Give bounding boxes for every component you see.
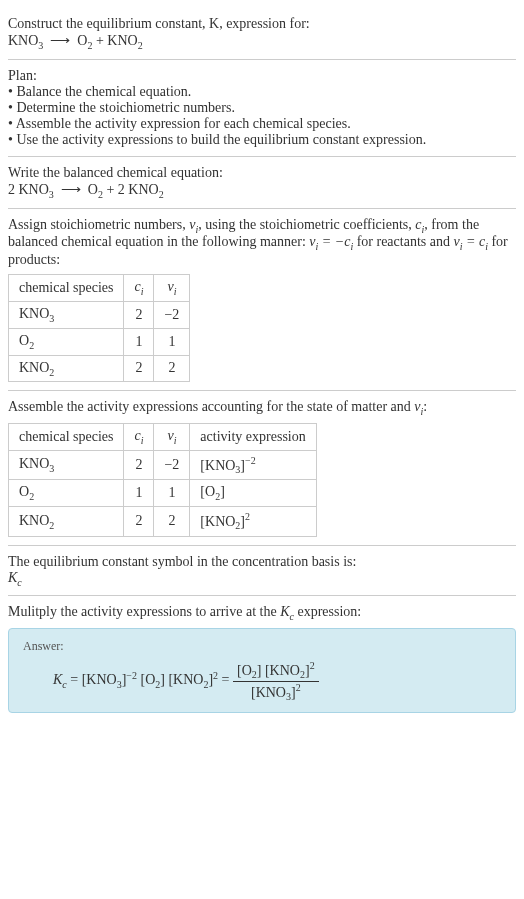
stoich-section: Assign stoichiometric numbers, νi, using… — [8, 209, 516, 392]
cell-activity: [KNO2]2 — [190, 507, 316, 536]
prompt-line1: Construct the equilibrium constant, K, e… — [8, 16, 516, 32]
cell-ci: 1 — [124, 480, 154, 507]
cell-species: KNO3 — [9, 301, 124, 328]
prompt-section: Construct the equilibrium constant, K, e… — [8, 8, 516, 60]
activity-table: chemical species ci νi activity expressi… — [8, 423, 317, 537]
plan-bullet-4: • Use the activity expressions to build … — [8, 132, 516, 148]
table-row: O2 1 1 — [9, 328, 190, 355]
cell-activity: [O2] — [190, 480, 316, 507]
balanced-equation: 2 KNO3 ⟶ O2 + 2 KNO2 — [8, 181, 516, 200]
prompt-text: Construct the equilibrium constant, K, e… — [8, 16, 310, 31]
activity-section: Assemble the activity expressions accoun… — [8, 391, 516, 545]
table-row: KNO2 2 2 — [9, 355, 190, 382]
symbol-section: The equilibrium constant symbol in the c… — [8, 546, 516, 597]
col-species: chemical species — [9, 275, 124, 302]
plan-bullet-3: • Assemble the activity expression for e… — [8, 116, 516, 132]
stoich-table: chemical species ci νi KNO3 2 −2 O2 1 1 … — [8, 274, 190, 382]
unbalanced-equation: KNO3 ⟶ O2 + KNO2 — [8, 32, 516, 51]
symbol-intro: The equilibrium constant symbol in the c… — [8, 554, 516, 570]
cell-nui: 1 — [154, 328, 190, 355]
cell-ci: 2 — [124, 301, 154, 328]
col-activity: activity expression — [190, 424, 316, 451]
balanced-section: Write the balanced chemical equation: 2 … — [8, 157, 516, 209]
cell-species: O2 — [9, 328, 124, 355]
kc-symbol: Kc — [8, 570, 516, 588]
cell-nui: −2 — [154, 301, 190, 328]
final-section: Mulitply the activity expressions to arr… — [8, 596, 516, 713]
answer-label: Answer: — [23, 639, 501, 654]
table-row: chemical species ci νi — [9, 275, 190, 302]
cell-species: KNO3 — [9, 450, 124, 479]
col-ci: ci — [124, 275, 154, 302]
cell-ci: 2 — [124, 355, 154, 382]
table-row: O2 1 1 [O2] — [9, 480, 317, 507]
table-row: KNO2 2 2 [KNO2]2 — [9, 507, 317, 536]
answer-box: Answer: Kc = [KNO3]−2 [O2] [KNO2]2 = [O2… — [8, 628, 516, 713]
col-species: chemical species — [9, 424, 124, 451]
plan-section: Plan: • Balance the chemical equation. •… — [8, 60, 516, 157]
table-row: KNO3 2 −2 — [9, 301, 190, 328]
final-intro: Mulitply the activity expressions to arr… — [8, 604, 516, 622]
table-row: chemical species ci νi activity expressi… — [9, 424, 317, 451]
col-nui: νi — [154, 424, 190, 451]
plan-bullet-1: • Balance the chemical equation. — [8, 84, 516, 100]
cell-ci: 2 — [124, 507, 154, 536]
cell-nui: 1 — [154, 480, 190, 507]
col-nui: νi — [154, 275, 190, 302]
answer-expression: Kc = [KNO3]−2 [O2] [KNO2]2 = [O2] [KNO2]… — [23, 660, 501, 702]
stoich-intro: Assign stoichiometric numbers, νi, using… — [8, 217, 516, 269]
cell-ci: 1 — [124, 328, 154, 355]
activity-intro: Assemble the activity expressions accoun… — [8, 399, 516, 417]
balanced-intro: Write the balanced chemical equation: — [8, 165, 516, 181]
cell-activity: [KNO3]−2 — [190, 450, 316, 479]
cell-nui: 2 — [154, 507, 190, 536]
cell-nui: 2 — [154, 355, 190, 382]
cell-species: KNO2 — [9, 355, 124, 382]
cell-nui: −2 — [154, 450, 190, 479]
cell-species: O2 — [9, 480, 124, 507]
plan-title: Plan: — [8, 68, 516, 84]
plan-bullet-2: • Determine the stoichiometric numbers. — [8, 100, 516, 116]
col-ci: ci — [124, 424, 154, 451]
cell-ci: 2 — [124, 450, 154, 479]
cell-species: KNO2 — [9, 507, 124, 536]
table-row: KNO3 2 −2 [KNO3]−2 — [9, 450, 317, 479]
